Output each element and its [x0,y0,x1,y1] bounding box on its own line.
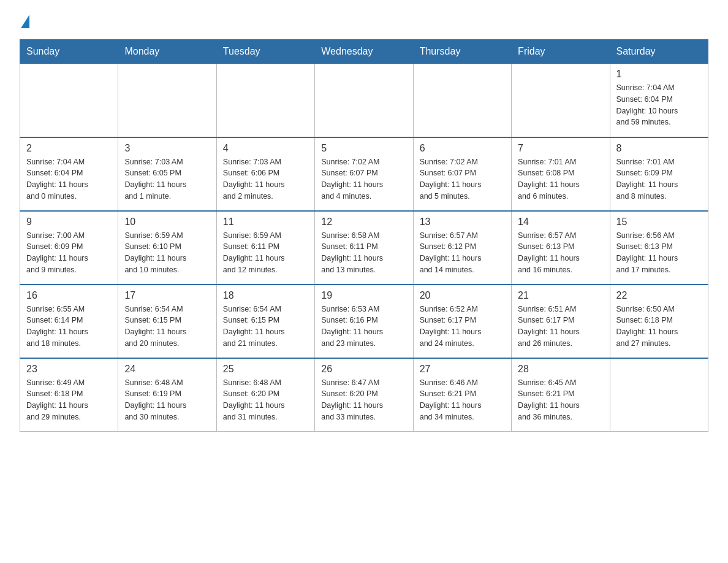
day-info: Sunrise: 6:46 AMSunset: 6:21 PMDaylight:… [420,377,505,423]
day-info: Sunrise: 6:45 AMSunset: 6:21 PMDaylight:… [518,377,603,423]
header-monday: Monday [118,40,216,64]
header-wednesday: Wednesday [315,40,413,64]
calendar-week-row: 2Sunrise: 7:04 AMSunset: 6:04 PMDaylight… [20,137,708,211]
day-number: 26 [321,364,406,375]
day-number: 11 [223,216,308,228]
table-row [610,358,708,432]
calendar-week-row: 1Sunrise: 7:04 AMSunset: 6:04 PMDaylight… [20,64,708,137]
day-info: Sunrise: 6:55 AMSunset: 6:14 PMDaylight:… [26,304,112,350]
day-number: 19 [321,290,406,301]
table-row: 15Sunrise: 6:56 AMSunset: 6:13 PMDayligh… [610,211,708,285]
day-number: 17 [124,290,210,301]
day-info: Sunrise: 6:56 AMSunset: 6:13 PMDaylight:… [616,230,702,276]
table-row: 1Sunrise: 7:04 AMSunset: 6:04 PMDaylight… [610,64,708,137]
table-row: 12Sunrise: 6:58 AMSunset: 6:11 PMDayligh… [315,211,413,285]
day-number: 21 [518,290,603,301]
day-info: Sunrise: 7:00 AMSunset: 6:09 PMDaylight:… [26,230,112,276]
table-row: 27Sunrise: 6:46 AMSunset: 6:21 PMDayligh… [413,358,511,432]
day-info: Sunrise: 6:57 AMSunset: 6:12 PMDaylight:… [420,230,505,276]
day-info: Sunrise: 6:59 AMSunset: 6:10 PMDaylight:… [124,230,210,276]
table-row: 22Sunrise: 6:50 AMSunset: 6:18 PMDayligh… [610,285,708,358]
table-row: 16Sunrise: 6:55 AMSunset: 6:14 PMDayligh… [20,285,118,358]
table-row [118,64,216,137]
table-row [20,64,118,137]
day-number: 2 [26,143,112,154]
day-info: Sunrise: 6:53 AMSunset: 6:16 PMDaylight:… [321,304,406,350]
calendar-week-row: 9Sunrise: 7:00 AMSunset: 6:09 PMDaylight… [20,211,708,285]
day-number: 1 [616,69,702,80]
logo [20,15,29,28]
day-number: 20 [420,290,505,301]
day-number: 23 [26,364,112,375]
calendar-week-row: 23Sunrise: 6:49 AMSunset: 6:18 PMDayligh… [20,358,708,432]
table-row: 5Sunrise: 7:02 AMSunset: 6:07 PMDaylight… [315,137,413,211]
day-info: Sunrise: 6:49 AMSunset: 6:18 PMDaylight:… [26,377,112,423]
day-number: 14 [518,216,603,228]
day-info: Sunrise: 7:02 AMSunset: 6:07 PMDaylight:… [420,156,505,202]
day-number: 22 [616,290,702,301]
day-info: Sunrise: 6:48 AMSunset: 6:19 PMDaylight:… [124,377,210,423]
table-row [512,64,610,137]
table-row [216,64,314,137]
table-row: 20Sunrise: 6:52 AMSunset: 6:17 PMDayligh… [413,285,511,358]
day-info: Sunrise: 6:54 AMSunset: 6:15 PMDaylight:… [223,304,308,350]
table-row: 6Sunrise: 7:02 AMSunset: 6:07 PMDaylight… [413,137,511,211]
day-info: Sunrise: 7:03 AMSunset: 6:05 PMDaylight:… [124,156,210,202]
header-saturday: Saturday [610,40,708,64]
header-friday: Friday [512,40,610,64]
day-number: 18 [223,290,308,301]
day-info: Sunrise: 6:59 AMSunset: 6:11 PMDaylight:… [223,230,308,276]
day-number: 13 [420,216,505,228]
table-row: 17Sunrise: 6:54 AMSunset: 6:15 PMDayligh… [118,285,216,358]
day-info: Sunrise: 7:02 AMSunset: 6:07 PMDaylight:… [321,156,406,202]
table-row: 4Sunrise: 7:03 AMSunset: 6:06 PMDaylight… [216,137,314,211]
day-info: Sunrise: 7:01 AMSunset: 6:08 PMDaylight:… [518,156,603,202]
day-number: 25 [223,364,308,375]
day-info: Sunrise: 6:50 AMSunset: 6:18 PMDaylight:… [616,304,702,350]
table-row: 10Sunrise: 6:59 AMSunset: 6:10 PMDayligh… [118,211,216,285]
calendar-table: Sunday Monday Tuesday Wednesday Thursday… [20,39,708,432]
table-row: 2Sunrise: 7:04 AMSunset: 6:04 PMDaylight… [20,137,118,211]
day-info: Sunrise: 6:52 AMSunset: 6:17 PMDaylight:… [420,304,505,350]
day-info: Sunrise: 6:51 AMSunset: 6:17 PMDaylight:… [518,304,603,350]
table-row: 7Sunrise: 7:01 AMSunset: 6:08 PMDaylight… [512,137,610,211]
table-row: 9Sunrise: 7:00 AMSunset: 6:09 PMDaylight… [20,211,118,285]
table-row: 19Sunrise: 6:53 AMSunset: 6:16 PMDayligh… [315,285,413,358]
day-number: 10 [124,216,210,228]
page-header [20,15,708,28]
table-row: 13Sunrise: 6:57 AMSunset: 6:12 PMDayligh… [413,211,511,285]
day-number: 12 [321,216,406,228]
table-row: 25Sunrise: 6:48 AMSunset: 6:20 PMDayligh… [216,358,314,432]
day-number: 27 [420,364,505,375]
table-row: 26Sunrise: 6:47 AMSunset: 6:20 PMDayligh… [315,358,413,432]
day-number: 24 [124,364,210,375]
day-number: 7 [518,143,603,154]
table-row: 8Sunrise: 7:01 AMSunset: 6:09 PMDaylight… [610,137,708,211]
day-info: Sunrise: 7:03 AMSunset: 6:06 PMDaylight:… [223,156,308,202]
table-row: 18Sunrise: 6:54 AMSunset: 6:15 PMDayligh… [216,285,314,358]
table-row [413,64,511,137]
day-number: 15 [616,216,702,228]
table-row: 21Sunrise: 6:51 AMSunset: 6:17 PMDayligh… [512,285,610,358]
table-row: 24Sunrise: 6:48 AMSunset: 6:19 PMDayligh… [118,358,216,432]
table-row: 28Sunrise: 6:45 AMSunset: 6:21 PMDayligh… [512,358,610,432]
table-row: 14Sunrise: 6:57 AMSunset: 6:13 PMDayligh… [512,211,610,285]
day-number: 4 [223,143,308,154]
day-number: 8 [616,143,702,154]
day-info: Sunrise: 6:58 AMSunset: 6:11 PMDaylight:… [321,230,406,276]
day-info: Sunrise: 7:04 AMSunset: 6:04 PMDaylight:… [26,156,112,202]
day-info: Sunrise: 6:47 AMSunset: 6:20 PMDaylight:… [321,377,406,423]
header-thursday: Thursday [413,40,511,64]
day-number: 5 [321,143,406,154]
day-number: 28 [518,364,603,375]
header-tuesday: Tuesday [216,40,314,64]
day-info: Sunrise: 6:54 AMSunset: 6:15 PMDaylight:… [124,304,210,350]
calendar-week-row: 16Sunrise: 6:55 AMSunset: 6:14 PMDayligh… [20,285,708,358]
day-number: 6 [420,143,505,154]
day-info: Sunrise: 6:48 AMSunset: 6:20 PMDaylight:… [223,377,308,423]
header-sunday: Sunday [20,40,118,64]
day-number: 16 [26,290,112,301]
table-row [315,64,413,137]
table-row: 3Sunrise: 7:03 AMSunset: 6:05 PMDaylight… [118,137,216,211]
calendar-header-row: Sunday Monday Tuesday Wednesday Thursday… [20,40,708,64]
